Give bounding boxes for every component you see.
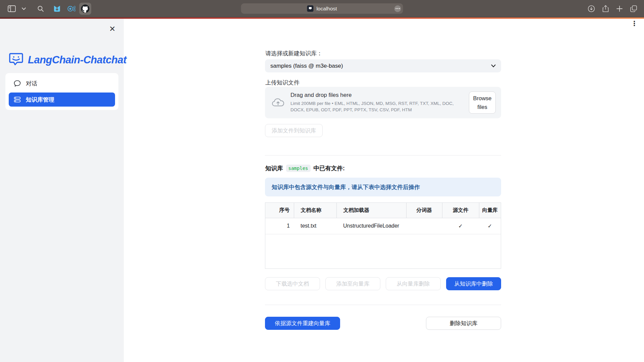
- nav-item-label: 知识库管理: [26, 96, 54, 104]
- delete-from-vectorstore-button[interactable]: 从向量库删除: [386, 277, 441, 290]
- cell-splitter: [406, 218, 442, 234]
- sidebar-toggle-icon[interactable]: [7, 4, 17, 14]
- chevron-down-icon: [491, 64, 496, 67]
- kb-files-table[interactable]: 序号 文档名称 文档加载器 分词器 源文件 向量库 1 test.txt Uns…: [265, 202, 501, 269]
- sidebar-close-icon[interactable]: ✕: [108, 24, 117, 34]
- logo-text: LangChain-Chatchat: [28, 54, 126, 66]
- file-dropzone[interactable]: Drag and drop files here Limit 200MB per…: [265, 87, 501, 118]
- nav-item-dialogue[interactable]: 对话: [9, 76, 115, 90]
- section-divider: [265, 305, 501, 305]
- cell-vector-check: ✓: [479, 218, 501, 234]
- main-content: 请选择或新建知识库： samples (faiss @ m3e-base) 上传…: [265, 0, 501, 362]
- dropzone-limit-text: Limit 200MB per file • EML, HTML, JSON, …: [290, 101, 463, 113]
- table-row[interactable]: 1 test.txt UnstructuredFileLoader ✓ ✓: [265, 218, 501, 234]
- cell-name: test.txt: [294, 218, 336, 234]
- upload-label: 上传知识文件: [265, 79, 300, 86]
- col-header-vector[interactable]: 向量库: [479, 203, 501, 218]
- dropzone-title: Drag and drop files here: [290, 92, 463, 99]
- bookmark-cat-extension-icon[interactable]: [51, 3, 63, 15]
- col-header-index[interactable]: 序号: [265, 203, 294, 218]
- section-divider: [265, 155, 501, 156]
- app-logo: LangChain-Chatchat: [0, 19, 124, 68]
- downloads-icon[interactable]: [586, 4, 596, 14]
- browse-files-button[interactable]: Browse files: [469, 92, 496, 114]
- cell-loader: UnstructuredFileLoader: [336, 218, 406, 234]
- nav-menu: 对话 知识库管理: [5, 73, 118, 110]
- app-menu-kebab-icon[interactable]: ⋮: [631, 20, 638, 27]
- kb-files-heading: 知识库 samples 中已有文件:: [265, 164, 345, 172]
- chat-bubble-icon: [14, 80, 21, 87]
- logo-chat-bubble-icon: [8, 52, 24, 68]
- live-circles-extension-icon[interactable]: [65, 3, 77, 15]
- cell-index: 1: [265, 218, 294, 234]
- chevron-down-icon[interactable]: [19, 4, 29, 14]
- kb-name-code: samples: [286, 165, 311, 172]
- database-stack-icon: [14, 96, 21, 103]
- kb-select-value: samples (faiss @ m3e-base): [270, 63, 343, 69]
- delete-kb-button[interactable]: 删除知识库: [426, 317, 501, 330]
- kb-heading-suffix: 中已有文件:: [314, 164, 345, 172]
- add-to-vectorstore-button[interactable]: 添加至向量库: [325, 277, 380, 290]
- info-banner: 知识库中包含源文件与向量库，请从下表中选择文件后操作: [265, 178, 501, 196]
- add-files-to-kb-button[interactable]: 添加文件到知识库: [265, 124, 323, 137]
- rebuild-vectorstore-button[interactable]: 依据源文件重建向量库: [265, 317, 340, 330]
- kb-select-dropdown[interactable]: samples (faiss @ m3e-base): [265, 59, 501, 72]
- tab-overview-icon[interactable]: [629, 4, 639, 14]
- cloud-upload-icon: [272, 98, 284, 108]
- table-header-row: 序号 文档名称 文档加载器 分词器 源文件 向量库: [265, 203, 501, 218]
- new-tab-icon[interactable]: [614, 4, 625, 14]
- kb-select-label: 请选择或新建知识库：: [265, 50, 322, 57]
- github-icon[interactable]: [79, 3, 91, 15]
- row-action-buttons: 下载选中文档 添加至向量库 从向量库删除 从知识库中删除: [265, 277, 501, 290]
- share-icon[interactable]: [600, 4, 610, 14]
- app-sidebar: ✕ LangChain-Chatchat 对话: [0, 19, 124, 362]
- search-icon[interactable]: [36, 4, 46, 14]
- col-header-loader[interactable]: 文档加载器: [336, 203, 406, 218]
- download-selected-button[interactable]: 下载选中文档: [265, 277, 320, 290]
- col-header-splitter[interactable]: 分词器: [406, 203, 442, 218]
- col-header-source[interactable]: 源文件: [442, 203, 479, 218]
- nav-item-label: 对话: [26, 80, 37, 87]
- kb-heading-prefix: 知识库: [265, 164, 283, 172]
- cell-source-check: ✓: [442, 218, 479, 234]
- info-banner-text: 知识库中包含源文件与向量库，请从下表中选择文件后操作: [272, 183, 420, 191]
- nav-item-knowledge-base[interactable]: 知识库管理: [9, 93, 115, 107]
- col-header-name[interactable]: 文档名称: [294, 203, 336, 218]
- delete-from-kb-button[interactable]: 从知识库中删除: [446, 277, 501, 290]
